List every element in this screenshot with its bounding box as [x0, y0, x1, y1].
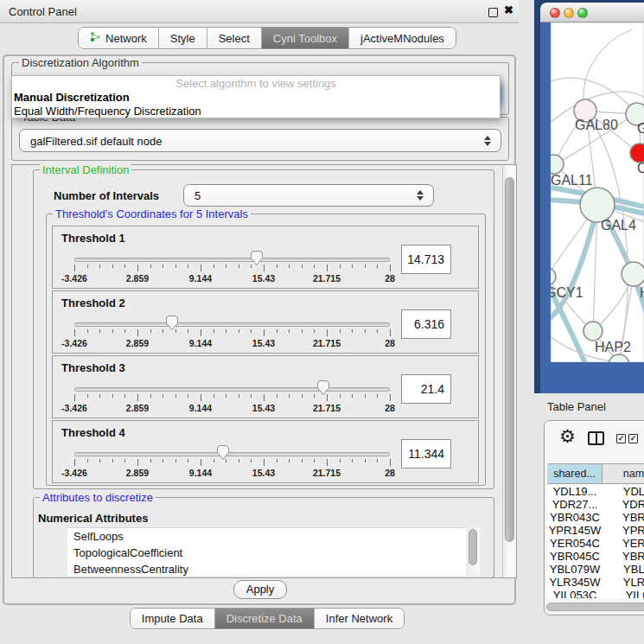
threshold-value-field[interactable]: 14.713	[401, 245, 451, 274]
table-cell[interactable]: YPR145W	[547, 524, 603, 537]
table-row[interactable]: YBR043CYBR0	[547, 511, 644, 524]
table-column-header[interactable]: shared...	[547, 464, 603, 483]
threshold-box: Threshold 4 -3.4262.8599.14415.4321.7152…	[52, 420, 479, 483]
control-panel-header: Control Panel ✖	[0, 0, 519, 23]
float-window-icon[interactable]	[488, 8, 498, 17]
apply-button[interactable]: Apply	[233, 580, 287, 599]
table-row[interactable]: YBL079WYBL0	[547, 563, 644, 576]
tab-impute-data[interactable]: Impute Data	[131, 609, 214, 628]
tab-label: jActiveMNodules	[360, 32, 444, 45]
table-cell[interactable]: YLR345W	[547, 576, 603, 589]
table-cell[interactable]: YER054C	[547, 537, 603, 550]
node-label: GCY1	[551, 285, 583, 300]
discretization-algorithm-title: Discretization Algorithm	[19, 56, 142, 69]
table-row[interactable]: YIL053CYIL0	[547, 589, 644, 598]
threshold-label: Threshold 4	[61, 426, 125, 439]
mac-minimize-icon[interactable]	[564, 8, 574, 18]
table-cell[interactable]: YBR0	[603, 550, 644, 563]
tab-label: Select	[219, 32, 250, 45]
table-row[interactable]: YER054CYER0	[547, 537, 644, 550]
number-of-intervals-combo[interactable]: 5	[183, 184, 434, 207]
bottom-tab-bar: Impute DataDiscretize DataInfer Network	[0, 608, 534, 629]
number-of-intervals-label: Number of Intervals	[54, 189, 159, 202]
table-cell[interactable]: YLR3	[603, 576, 644, 589]
tab-label: Infer Network	[326, 612, 392, 625]
network-node-gal11[interactable]	[551, 155, 564, 174]
attributes-scrollbar	[466, 527, 480, 576]
tab-jactivemnodules[interactable]: jActiveMNodules	[348, 28, 456, 48]
threshold-value-field[interactable]: 6.316	[401, 309, 451, 339]
network-window-frame: GAL80GALCGAL11GAL4GCY1HHAP2	[540, 3, 644, 393]
table-cell[interactable]: YDR27...	[547, 498, 603, 511]
tab-cyni-toolbox[interactable]: Cyni Toolbox	[261, 28, 348, 48]
network-node-hap2[interactable]	[583, 322, 603, 341]
threshold-slider-track[interactable]	[74, 387, 390, 392]
tab-style[interactable]: Style	[158, 28, 207, 48]
attribute-list-item[interactable]: BetweennessCentrality	[67, 561, 480, 576]
checkbox-icon[interactable]: ✓	[628, 434, 638, 443]
threshold-value-field[interactable]: 11.344	[401, 439, 451, 469]
network-node[interactable]	[609, 354, 629, 362]
table-row[interactable]: YLR345WYLR3	[547, 576, 644, 589]
threshold-slider-track[interactable]	[74, 322, 390, 327]
slider-tick-labels: -3.4262.8599.14415.4321.71528	[74, 273, 390, 284]
threshold-slider-track[interactable]	[74, 452, 390, 456]
checkbox-icon[interactable]: ✓	[616, 434, 626, 443]
table-row[interactable]: YDR27...YDR2	[547, 498, 644, 511]
table-row[interactable]: YBR045CYBR0	[547, 550, 644, 563]
close-icon[interactable]: ✖	[504, 3, 513, 16]
table-cell[interactable]: YBR045C	[547, 550, 603, 563]
network-node-gal4[interactable]	[580, 188, 615, 222]
tab-select[interactable]: Select	[207, 28, 261, 48]
table-column-header[interactable]: name	[603, 464, 644, 483]
table-row[interactable]: YDL19...YDL1	[547, 485, 644, 498]
table-panel-box: ⚙ ✓ ✓ shared...name YDL19...YDL1YDR27...…	[544, 420, 644, 615]
network-icon	[90, 31, 101, 45]
horizontal-scrollbar-thumb[interactable]	[546, 603, 644, 611]
slider-tick-labels: -3.4262.8599.14415.4321.71528	[74, 468, 390, 479]
number-of-intervals-value: 5	[194, 189, 201, 202]
spinner-arrows-icon	[417, 190, 424, 201]
network-node-h[interactable]	[622, 262, 644, 286]
threshold-stack: Threshold 1 -3.4262.8599.14415.4321.7152…	[52, 226, 479, 485]
threshold-label: Threshold 3	[61, 361, 125, 374]
tab-discretize-data[interactable]: Discretize Data	[214, 609, 314, 628]
table-cell[interactable]: YBL0	[603, 563, 644, 576]
attributes-scrollbar-thumb[interactable]	[469, 529, 477, 565]
spinner-arrows-icon	[484, 136, 491, 146]
tab-network[interactable]: Network	[79, 28, 158, 48]
table-cell[interactable]: YBL079W	[547, 563, 603, 576]
table-data-combo[interactable]: galFiltered.sif default node	[19, 129, 501, 152]
table-cell[interactable]: YBR043C	[547, 511, 603, 524]
node-label: GAL	[637, 121, 644, 136]
table-cell[interactable]: YDL19...	[547, 485, 603, 498]
table-cell[interactable]: YBR0	[603, 511, 644, 524]
threshold-box: Threshold 2 -3.4262.8599.14415.4321.7152…	[52, 290, 479, 354]
mac-zoom-icon[interactable]	[577, 8, 588, 18]
table-cell[interactable]: YDR2	[603, 498, 644, 511]
algorithm-option-manual[interactable]: Manual Discretization	[12, 91, 500, 105]
network-node-gcy1[interactable]	[551, 268, 556, 285]
attribute-list-item[interactable]: SelfLoops	[67, 528, 480, 545]
algorithm-option-equal-width[interactable]: Equal Width/Frequency Discretization	[12, 105, 500, 118]
tab-infer-network[interactable]: Infer Network	[314, 609, 404, 628]
network-view-window: GAL80GALCGAL11GAL4GCY1HHAP2	[534, 0, 644, 393]
gear-icon[interactable]: ⚙	[559, 426, 576, 447]
table-cell[interactable]: YIL0	[603, 589, 644, 598]
attribute-list-item[interactable]: TopologicalCoefficient	[67, 545, 480, 561]
network-canvas[interactable]: GAL80GALCGAL11GAL4GCY1HHAP2	[551, 22, 644, 362]
table-cell[interactable]: YER0	[603, 537, 644, 550]
table-cell[interactable]: YDL1	[603, 485, 644, 498]
network-node-c[interactable]	[630, 143, 644, 163]
vertical-scrollbar-thumb[interactable]	[505, 177, 514, 542]
tab-label: Network	[105, 32, 147, 45]
mac-close-icon[interactable]	[550, 8, 560, 18]
table-cell[interactable]: YPR1	[603, 524, 644, 537]
threshold-value-field[interactable]: 21.4	[401, 374, 451, 404]
table-cell[interactable]: YIL053C	[547, 589, 603, 598]
numerical-attributes-heading: Numerical Attributes	[38, 512, 148, 525]
control-panel: Control Panel ✖ NetworkStyleSelectCyni T…	[0, 0, 536, 644]
threshold-slider-track[interactable]	[74, 258, 390, 262]
split-view-icon[interactable]	[588, 431, 604, 445]
table-row[interactable]: YPR145WYPR1	[547, 524, 644, 537]
